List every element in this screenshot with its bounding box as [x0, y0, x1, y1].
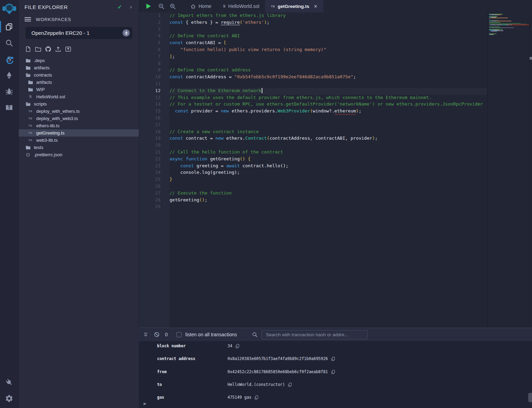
clear-console-button[interactable]: [154, 332, 159, 337]
hamburger-menu-icon[interactable]: [25, 16, 31, 22]
tab-HelloWorld.sol[interactable]: SHelloWorld.sol: [217, 0, 265, 12]
copy-icon[interactable]: [331, 370, 335, 374]
code-editor[interactable]: // Import ethers from the ethers.js libr…: [170, 12, 487, 328]
line-number[interactable]: 26: [139, 183, 170, 190]
line-number[interactable]: 21: [139, 149, 170, 156]
new-folder-button[interactable]: [35, 46, 42, 53]
tree-item-getGreeting.ts[interactable]: TSgetGreeting.ts: [19, 129, 139, 137]
line-number[interactable]: 29: [139, 204, 170, 211]
tree-item-ethers-lib.ts[interactable]: TSethers-lib.ts: [19, 122, 139, 129]
code-line[interactable]: [170, 61, 487, 68]
check-icon[interactable]: ✓: [117, 4, 122, 10]
close-tab-icon[interactable]: ✕: [314, 4, 318, 9]
clone-github-button[interactable]: [45, 46, 52, 53]
code-line[interactable]: // Create a new contract instance: [170, 129, 487, 136]
code-line[interactable]: // Call the hello function of the contra…: [170, 149, 487, 156]
scrollbar-thumb[interactable]: [530, 57, 532, 60]
line-number[interactable]: 28: [139, 197, 170, 204]
workspace-select[interactable]: OpenZeppelin ERC20 - 1: [26, 27, 132, 39]
new-file-button[interactable]: [25, 46, 32, 53]
tab-Home[interactable]: Home: [185, 0, 217, 12]
tree-item-HelloWorld.sol[interactable]: SHelloWorld.sol: [19, 93, 139, 100]
code-line[interactable]: [170, 122, 487, 129]
line-number[interactable]: 9: [139, 67, 170, 74]
sidebar-item-search[interactable]: [0, 35, 18, 51]
code-line[interactable]: [170, 115, 487, 122]
tree-item-contracts[interactable]: contracts: [19, 71, 139, 79]
line-number[interactable]: 11: [139, 81, 170, 88]
run-script-button[interactable]: [145, 3, 152, 9]
code-line[interactable]: [170, 183, 487, 190]
terminal-output[interactable]: block number34contract address0x8a120383…: [139, 341, 532, 408]
editor-scrollbar[interactable]: [529, 12, 532, 328]
line-number[interactable]: 15: [139, 108, 170, 115]
minimap[interactable]: [489, 14, 529, 36]
line-number[interactable]: 1: [139, 13, 170, 20]
tree-item-deploy_with_ethers.ts[interactable]: TSdeploy_with_ethers.ts: [19, 108, 139, 115]
sidebar-item-plugin-manager[interactable]: [0, 374, 18, 390]
zoom-in-button[interactable]: [170, 3, 176, 10]
code-line[interactable]: // Connect to the Ethereum network: [170, 88, 487, 95]
tree-item-deploy_with_web3.ts[interactable]: TSdeploy_with_web3.ts: [19, 115, 139, 122]
line-number[interactable]: 16: [139, 115, 170, 122]
line-number[interactable]: 14: [139, 101, 170, 108]
line-number[interactable]: 23: [139, 163, 170, 170]
tree-item-.prettierrc.json[interactable]: {}.prettierrc.json: [19, 151, 139, 158]
tree-item-WIP[interactable]: WIP: [19, 86, 139, 93]
code-line[interactable]: // Execute the function: [170, 190, 487, 197]
line-number[interactable]: 25: [139, 177, 170, 183]
code-line[interactable]: const contractABI = [: [170, 40, 487, 47]
line-number[interactable]: 8: [139, 61, 170, 68]
line-number[interactable]: 13: [139, 95, 170, 102]
line-number[interactable]: 22: [139, 156, 170, 163]
line-number[interactable]: 4: [139, 33, 170, 40]
code-line[interactable]: const contractAddress = "0xb54febb5c0c0f…: [170, 74, 487, 81]
code-line[interactable]: [170, 142, 487, 149]
line-number[interactable]: 19: [139, 136, 170, 142]
tree-item-tests[interactable]: tests: [19, 144, 139, 151]
code-line[interactable]: async function getGreeting() {: [170, 156, 487, 163]
code-line[interactable]: "function hello() public view returns (s…: [170, 47, 487, 54]
code-line[interactable]: // Import ethers from the ethers.js libr…: [170, 13, 487, 20]
code-line[interactable]: }: [170, 177, 487, 183]
line-number[interactable]: 17: [139, 122, 170, 129]
sidebar-item-deploy-and-run[interactable]: [0, 67, 18, 83]
listen-transactions-checkbox[interactable]: [176, 332, 182, 337]
line-number[interactable]: 6: [139, 47, 170, 54]
terminal-search-input[interactable]: [261, 330, 368, 339]
line-number[interactable]: 27: [139, 190, 170, 197]
line-number[interactable]: 3: [139, 27, 170, 33]
code-line[interactable]: [170, 81, 487, 88]
terminal-scrollbar-thumb[interactable]: [528, 393, 532, 402]
copy-icon[interactable]: [288, 382, 292, 387]
tab-getGreeting.ts[interactable]: TSgetGreeting.ts✕: [265, 0, 323, 12]
line-number[interactable]: 5: [139, 40, 170, 47]
copy-icon[interactable]: [331, 357, 335, 361]
tree-item-.deps[interactable]: .deps: [19, 57, 139, 64]
code-line[interactable]: [170, 27, 487, 33]
remix-logo[interactable]: [0, 0, 18, 19]
zoom-out-button[interactable]: [158, 3, 165, 10]
code-line[interactable]: const provider = new ethers.providers.We…: [170, 108, 487, 115]
line-number[interactable]: 24: [139, 170, 170, 177]
tree-item-web3-lib.ts[interactable]: TSweb3-lib.ts: [19, 137, 139, 144]
sidebar-item-settings[interactable]: [0, 390, 18, 407]
copy-icon[interactable]: [235, 344, 240, 348]
tree-item-artifacts[interactable]: artifacts: [19, 64, 139, 71]
code-line[interactable]: console.log(greeting);: [170, 170, 487, 177]
code-line[interactable]: // Define the contract ABI: [170, 33, 487, 40]
code-line[interactable]: [170, 204, 487, 211]
code-line[interactable]: ];: [170, 54, 487, 61]
code-line[interactable]: const contract = new ethers.Contract(con…: [170, 136, 487, 142]
code-line[interactable]: const greeting = await contract.hello();: [170, 163, 487, 170]
sidebar-item-file-explorer[interactable]: [0, 19, 18, 35]
upload-file-button[interactable]: [55, 46, 62, 53]
line-number[interactable]: 10: [139, 74, 170, 81]
collapse-terminal-button[interactable]: [143, 332, 148, 337]
line-number[interactable]: 12: [139, 88, 170, 95]
sidebar-item-debugger[interactable]: [0, 83, 18, 100]
load-folder-button[interactable]: [65, 46, 72, 53]
code-line[interactable]: getGreeting();: [170, 197, 487, 204]
line-number[interactable]: 7: [139, 54, 170, 61]
line-number[interactable]: 20: [139, 142, 170, 149]
